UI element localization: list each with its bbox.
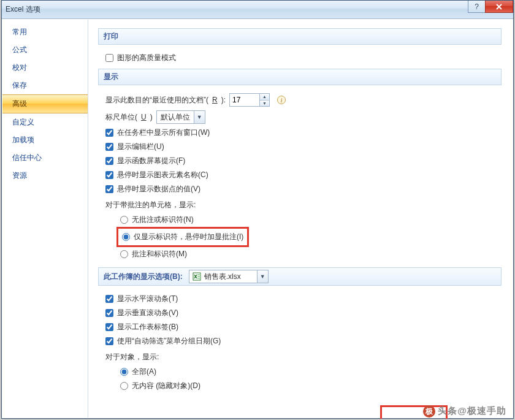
titlebar: Excel 选项 ? <box>2 1 513 19</box>
option-high-quality-graphics: 图形的高质量模式 <box>98 51 502 65</box>
sidebar-item-formulas[interactable]: 公式 <box>2 41 88 59</box>
spin-down-button[interactable]: ▼ <box>260 101 269 107</box>
option-show-all-windows: 在任务栏中显示所有窗口(W) <box>98 126 502 140</box>
recent-docs-spinner: ▲ ▼ <box>229 93 270 107</box>
label-show-vscroll: 显示垂直滚动条(V) <box>117 308 178 318</box>
label-comment-and-indicator: 批注和标识符(M) <box>132 249 187 259</box>
label-objects-none: 无内容 (隐藏对象)(D) <box>132 381 200 391</box>
ruler-units-value: 默认单位 <box>157 112 194 123</box>
svg-rect-1 <box>197 274 200 275</box>
checkbox-show-sheet-tabs[interactable] <box>105 323 113 331</box>
option-comment-indicator: 仅显示标识符，悬停时加显批注(I) <box>118 230 243 244</box>
label-show-sheet-tabs: 显示工作表标签(B) <box>117 322 178 332</box>
label-autofilter-group-dates: 使用“自动筛选”菜单分组日期(G) <box>117 336 221 346</box>
sidebar-item-customize[interactable]: 自定义 <box>2 113 88 131</box>
option-show-formula-bar: 显示编辑栏(U) <box>98 140 502 154</box>
option-recent-docs: 显示此数目的“最近使用的文档”(R): ▲ ▼ i <box>98 91 502 109</box>
close-icon <box>495 3 503 10</box>
section-print-header: 打印 <box>98 28 502 45</box>
radio-comment-and-indicator[interactable] <box>120 250 128 258</box>
option-comment-and-indicator: 批注和标识符(M) <box>98 247 502 261</box>
workbook-header-label: 此工作簿的显示选项(B): <box>104 272 183 282</box>
watermark: 极头条@极速手助 <box>423 405 506 418</box>
spin-up-button[interactable]: ▲ <box>260 94 269 101</box>
section-display-header: 显示 <box>98 69 502 85</box>
option-ruler-units: 标尺单位(U) 默认单位 ▼ <box>98 109 502 126</box>
objects-group-label: 对于对象，显示: <box>98 348 502 365</box>
sidebar-item-popular[interactable]: 常用 <box>2 23 88 41</box>
label-recent-docs-pre: 显示此数目的“最近使用的文档”( <box>105 95 208 105</box>
option-comment-none: 无批注或标识符(N) <box>98 213 502 227</box>
label-recent-docs-post: ): <box>221 96 226 104</box>
label-hover-datapoint-values: 悬停时显示数据点的值(V) <box>117 184 200 194</box>
label-hover-chart-names: 悬停时显示图表元素名称(C) <box>117 170 208 180</box>
excel-file-icon <box>192 272 202 281</box>
excel-options-dialog: Excel 选项 ? 常用 公式 校对 保存 高级 自定义 加载项 信任中心 资… <box>1 0 514 419</box>
checkbox-show-formula-bar[interactable] <box>105 143 113 151</box>
checkbox-autofilter-group-dates[interactable] <box>105 337 113 345</box>
checkbox-show-all-windows[interactable] <box>105 129 113 137</box>
label-recent-docs-key: R <box>212 96 218 104</box>
options-panel[interactable]: 打印 图形的高质量模式 显示 显示此数目的“最近使用的文档”(R): ▲ ▼ i <box>88 20 513 418</box>
option-show-sheet-tabs: 显示工作表标签(B) <box>98 320 502 334</box>
workbook-dropdown-button[interactable]: ▼ <box>257 270 268 283</box>
sidebar-item-proofing[interactable]: 校对 <box>2 59 88 77</box>
checkbox-show-vscroll[interactable] <box>105 309 113 317</box>
option-hover-datapoint-values: 悬停时显示数据点的值(V) <box>98 182 502 196</box>
info-icon[interactable]: i <box>277 96 286 104</box>
label-comment-indicator: 仅显示标识符，悬停时加显批注(I) <box>134 232 243 242</box>
checkbox-hover-datapoint-values[interactable] <box>105 185 113 193</box>
checkbox-show-function-tooltips[interactable] <box>105 157 113 165</box>
checkbox-hover-chart-names[interactable] <box>105 171 113 179</box>
label-show-hscroll: 显示水平滚动条(T) <box>117 294 178 304</box>
radio-comment-none[interactable] <box>120 216 128 224</box>
label-ruler-units-post: ) <box>150 113 153 121</box>
recent-docs-input[interactable] <box>230 94 259 106</box>
radio-objects-all[interactable] <box>120 368 128 376</box>
label-ruler-units-key: U <box>141 113 147 121</box>
workbook-select[interactable]: 销售表.xlsx ▼ <box>189 270 269 283</box>
dialog-content: 常用 公式 校对 保存 高级 自定义 加载项 信任中心 资源 打印 图形的高质量… <box>2 20 513 418</box>
section-workbook-display-header: 此工作簿的显示选项(B): 销售表.xlsx ▼ <box>98 267 502 286</box>
dropdown-button[interactable]: ▼ <box>194 111 205 123</box>
checkbox-high-quality-graphics[interactable] <box>105 54 113 62</box>
option-objects-none: 无内容 (隐藏对象)(D) <box>98 379 502 393</box>
window-title: Excel 选项 <box>6 4 40 15</box>
label-comment-none: 无批注或标识符(N) <box>132 215 194 225</box>
sidebar-item-addins[interactable]: 加载项 <box>2 131 88 149</box>
checkbox-show-hscroll[interactable] <box>105 295 113 303</box>
option-objects-all: 全部(A) <box>98 365 502 379</box>
svg-rect-2 <box>197 276 200 277</box>
option-show-vscroll: 显示垂直滚动条(V) <box>98 306 502 320</box>
sidebar-item-trust-center[interactable]: 信任中心 <box>2 149 88 167</box>
option-show-function-tooltips: 显示函数屏幕提示(F) <box>98 154 502 168</box>
label-objects-all: 全部(A) <box>132 367 156 377</box>
option-hover-chart-names: 悬停时显示图表元素名称(C) <box>98 168 502 182</box>
radio-comment-indicator[interactable] <box>122 233 130 241</box>
label-show-formula-bar: 显示编辑栏(U) <box>117 142 164 152</box>
label-show-all-windows: 在任务栏中显示所有窗口(W) <box>117 128 210 138</box>
sidebar-item-resources[interactable]: 资源 <box>2 167 88 185</box>
option-autofilter-group-dates: 使用“自动筛选”菜单分组日期(G) <box>98 334 502 348</box>
window-controls: ? <box>468 1 513 13</box>
watermark-avatar-icon: 极 <box>423 405 435 418</box>
category-sidebar: 常用 公式 校对 保存 高级 自定义 加载项 信任中心 资源 <box>2 20 88 418</box>
label-high-quality-graphics: 图形的高质量模式 <box>117 53 176 63</box>
close-button[interactable] <box>485 1 513 13</box>
label-ruler-units-pre: 标尺单位( <box>105 112 137 123</box>
sidebar-item-advanced[interactable]: 高级 <box>2 94 88 113</box>
radio-objects-none[interactable] <box>120 382 128 390</box>
comments-group-label: 对于带批注的单元格，显示: <box>98 196 502 213</box>
label-show-function-tooltips: 显示函数屏幕提示(F) <box>117 156 185 166</box>
svg-rect-3 <box>197 278 200 279</box>
highlight-comment-indicator: 仅显示标识符，悬停时加显批注(I) <box>116 227 249 247</box>
sidebar-item-save[interactable]: 保存 <box>2 77 88 94</box>
option-show-hscroll: 显示水平滚动条(T) <box>98 292 502 306</box>
ruler-units-select[interactable]: 默认单位 ▼ <box>156 110 205 124</box>
help-button[interactable]: ? <box>468 1 485 13</box>
workbook-name: 销售表.xlsx <box>204 272 257 282</box>
